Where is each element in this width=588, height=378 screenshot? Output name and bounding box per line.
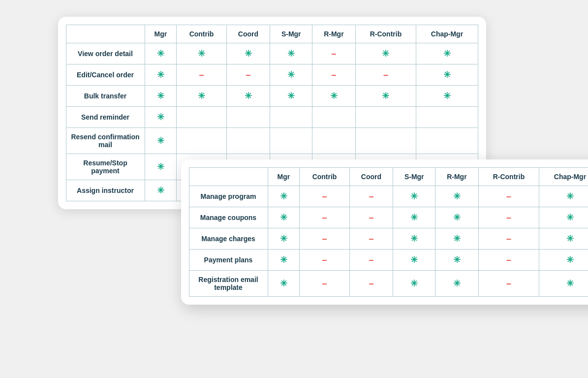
- dash-symbol: –: [506, 279, 511, 288]
- row-cell: [416, 128, 478, 154]
- check-symbol: ✳: [453, 213, 461, 222]
- check-symbol: ✳: [410, 279, 418, 288]
- row-cell: ✳: [435, 228, 478, 250]
- dash-symbol: –: [199, 70, 204, 80]
- row-cell: ✳: [393, 186, 435, 207]
- row-label: Manage program: [189, 186, 268, 207]
- row-label: View order detail: [66, 43, 145, 64]
- check-symbol: ✳: [280, 234, 287, 244]
- row-cell: –: [300, 207, 349, 228]
- column-header: R-Mgr: [312, 25, 355, 43]
- table-row: Manage charges✳––✳✳–✳: [189, 228, 588, 250]
- row-cell: –: [349, 186, 393, 207]
- row-cell: ✳: [268, 271, 300, 297]
- row-cell: [226, 107, 270, 128]
- column-header: Contrib: [177, 25, 226, 43]
- check-symbol: ✳: [566, 255, 574, 265]
- row-label: Payment plans: [189, 250, 268, 271]
- row-label: Manage charges: [189, 228, 268, 250]
- check-symbol: ✳: [453, 234, 461, 244]
- check-symbol: ✳: [566, 234, 574, 244]
- table-row: Bulk transfer✳✳✳✳✳✳✳: [66, 86, 478, 107]
- table-row: Edit/Cancel order✳––✳––✳: [66, 64, 478, 86]
- check-symbol: ✳: [410, 213, 418, 222]
- row-cell: [270, 107, 312, 128]
- row-label: Resend confirmation mail: [66, 128, 145, 154]
- table-row: Payment plans✳––✳✳–✳: [189, 250, 588, 271]
- column-header: S-Mgr: [270, 25, 312, 43]
- table-row: View order detail✳✳✳✳–✳✳: [66, 43, 478, 64]
- check-symbol: ✳: [280, 279, 287, 288]
- dash-symbol: –: [369, 191, 373, 201]
- front-table: MgrContribCoordS-MgrR-MgrR-ContribChap-M…: [189, 167, 588, 297]
- dash-symbol: –: [331, 70, 336, 80]
- row-cell: –: [478, 250, 539, 271]
- row-cell: ✳: [145, 86, 177, 107]
- table-row: Manage program✳––✳✳–✳: [189, 186, 588, 207]
- dash-symbol: –: [322, 255, 327, 265]
- dash-symbol: –: [331, 49, 336, 59]
- column-header: Coord: [226, 25, 270, 43]
- row-cell: ✳: [270, 64, 312, 86]
- row-cell: ✳: [270, 43, 312, 64]
- check-symbol: ✳: [157, 112, 164, 122]
- row-cell: [355, 128, 416, 154]
- column-header: Mgr: [145, 25, 177, 43]
- row-label: Assign instructor: [66, 180, 145, 201]
- row-label: Edit/Cancel order: [66, 64, 145, 86]
- row-cell: –: [478, 207, 539, 228]
- row-cell: –: [349, 271, 393, 297]
- table-row: Send reminder✳: [66, 107, 478, 128]
- row-cell: –: [226, 64, 270, 86]
- row-cell: ✳: [268, 250, 300, 271]
- row-cell: –: [300, 271, 349, 297]
- check-symbol: ✳: [382, 49, 389, 59]
- row-cell: ✳: [416, 64, 478, 86]
- row-cell: ✳: [539, 207, 588, 228]
- row-label: Resume/Stop payment: [66, 154, 145, 180]
- check-symbol: ✳: [280, 213, 287, 222]
- row-cell: –: [300, 228, 349, 250]
- check-symbol: ✳: [287, 91, 295, 101]
- check-symbol: ✳: [157, 136, 164, 146]
- row-cell: –: [478, 228, 539, 250]
- check-symbol: ✳: [382, 91, 389, 101]
- dash-symbol: –: [246, 70, 250, 80]
- check-symbol: ✳: [566, 191, 574, 201]
- front-card: MgrContribCoordS-MgrR-MgrR-ContribChap-M…: [181, 159, 588, 305]
- row-cell: –: [349, 250, 393, 271]
- row-cell: ✳: [539, 228, 588, 250]
- check-symbol: ✳: [157, 49, 164, 59]
- column-header: [66, 25, 145, 43]
- row-label: Registration email template: [189, 271, 268, 297]
- column-header: Chap-Mgr: [416, 25, 478, 43]
- dash-symbol: –: [506, 255, 511, 265]
- row-cell: [177, 128, 226, 154]
- column-header: Mgr: [268, 168, 300, 186]
- row-cell: ✳: [145, 107, 177, 128]
- row-cell: –: [349, 228, 393, 250]
- row-cell: –: [478, 186, 539, 207]
- column-header: [189, 168, 268, 186]
- column-header: S-Mgr: [393, 168, 435, 186]
- row-cell: ✳: [435, 207, 478, 228]
- check-symbol: ✳: [198, 91, 205, 101]
- row-cell: ✳: [539, 250, 588, 271]
- check-symbol: ✳: [566, 279, 574, 288]
- dash-symbol: –: [322, 191, 327, 201]
- check-symbol: ✳: [245, 49, 252, 59]
- row-cell: [355, 107, 416, 128]
- row-cell: ✳: [435, 271, 478, 297]
- check-symbol: ✳: [443, 70, 451, 80]
- row-cell: –: [355, 64, 416, 86]
- row-cell: ✳: [393, 250, 435, 271]
- row-cell: ✳: [435, 186, 478, 207]
- check-symbol: ✳: [287, 49, 295, 59]
- check-symbol: ✳: [443, 49, 451, 59]
- dash-symbol: –: [369, 255, 373, 265]
- check-symbol: ✳: [157, 91, 164, 101]
- column-header: R-Mgr: [435, 168, 478, 186]
- row-label: Manage coupons: [189, 207, 268, 228]
- row-cell: ✳: [226, 43, 270, 64]
- row-cell: [270, 128, 312, 154]
